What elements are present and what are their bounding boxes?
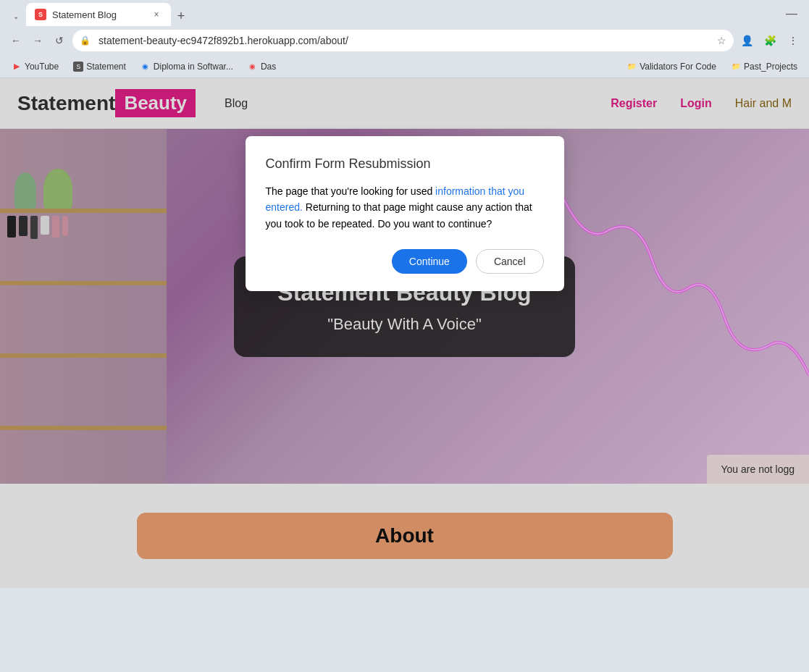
address-wrapper: 🔒 ☆: [72, 30, 734, 51]
past-projects-icon: 📁: [731, 62, 741, 72]
menu-button[interactable]: ⋮: [783, 30, 803, 51]
bookmark-validators[interactable]: 📁 Validators For Code: [621, 60, 722, 73]
cancel-button[interactable]: Cancel: [476, 249, 544, 274]
bookmark-das-label: Das: [261, 62, 276, 72]
profile-button[interactable]: 👤: [737, 30, 757, 51]
validators-icon: 📁: [626, 62, 637, 72]
bookmark-statement-label: Statement: [86, 62, 126, 72]
lock-icon: 🔒: [80, 35, 91, 46]
reload-button[interactable]: ↺: [49, 30, 70, 51]
diploma-icon: ◉: [141, 62, 151, 72]
minimize-button[interactable]: —: [786, 7, 797, 20]
tab-title: Statement Blog: [52, 9, 145, 20]
bookmark-validators-label: Validators For Code: [640, 62, 716, 72]
active-tab[interactable]: S Statement Blog ×: [26, 3, 171, 26]
toolbar-icons: 👤 🧩 ⋮: [737, 30, 803, 51]
bookmark-statement[interactable]: S Statement: [67, 60, 132, 73]
tab-close-button[interactable]: ×: [151, 9, 162, 20]
back-button[interactable]: ←: [6, 30, 26, 51]
youtube-icon: ▶: [12, 62, 22, 72]
modal-title: Confirm Form Resubmission: [266, 156, 544, 172]
das-icon: ◉: [248, 62, 258, 72]
tab-list-btn[interactable]: ⌄: [6, 6, 26, 26]
bookmark-das[interactable]: ◉ Das: [242, 60, 282, 73]
modal-message-part2: Returning to that page might cause any a…: [266, 201, 532, 229]
continue-button[interactable]: Continue: [392, 249, 467, 274]
browser-chrome: ⌄ S Statement Blog × + — ← → ↺ 🔒 ☆ 👤 🧩 ⋮: [0, 0, 809, 78]
bookmark-diploma[interactable]: ◉ Diploma in Softwar...: [135, 60, 239, 73]
modal-message-part1: The page that you're looking for used: [266, 185, 436, 197]
bookmark-diploma-label: Diploma in Softwar...: [154, 62, 233, 72]
nav-controls: ← → ↺: [6, 30, 70, 51]
statement-icon: S: [73, 62, 83, 72]
tab-bar: ⌄ S Statement Blog × + —: [0, 0, 809, 26]
bookmark-youtube-label: YouTube: [25, 62, 59, 72]
modal-message: The page that you're looking for used in…: [266, 183, 544, 232]
modal-buttons: Continue Cancel: [266, 249, 544, 274]
extensions-button[interactable]: 🧩: [760, 30, 780, 51]
address-bar-row: ← → ↺ 🔒 ☆ 👤 🧩 ⋮: [0, 26, 809, 55]
bookmark-past-label: Past_Projects: [744, 62, 797, 72]
confirm-modal: Confirm Form Resubmission The page that …: [246, 136, 564, 291]
star-icon[interactable]: ☆: [717, 35, 726, 46]
modal-overlay: Confirm Form Resubmission The page that …: [0, 78, 809, 588]
tab-favicon: S: [35, 9, 46, 20]
new-tab-button[interactable]: +: [171, 6, 191, 26]
forward-button[interactable]: →: [28, 30, 48, 51]
bookmarks-bar: ▶ YouTube S Statement ◉ Diploma in Softw…: [0, 55, 809, 78]
bookmark-past-projects[interactable]: 📁 Past_Projects: [725, 60, 803, 73]
address-input[interactable]: [72, 30, 734, 51]
website: Statement Beauty Blog Register Login Hai…: [0, 78, 809, 588]
bookmark-youtube[interactable]: ▶ YouTube: [6, 60, 64, 73]
